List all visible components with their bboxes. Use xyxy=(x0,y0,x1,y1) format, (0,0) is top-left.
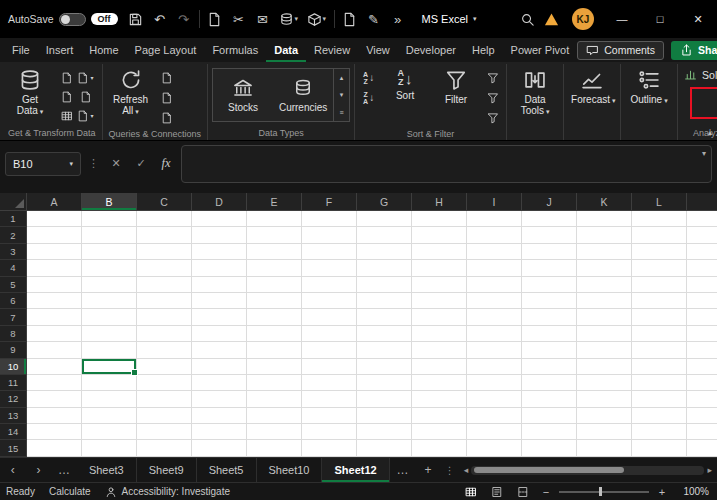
cell-B13[interactable] xyxy=(82,408,137,424)
cell-B5[interactable] xyxy=(82,277,137,293)
cell-I3[interactable] xyxy=(467,244,522,260)
sort-descending-button[interactable]: ZA↓ xyxy=(359,88,378,107)
cell-F15[interactable] xyxy=(302,440,357,456)
cell-K6[interactable] xyxy=(577,293,632,309)
cell-H9[interactable] xyxy=(412,342,467,358)
cell-J10[interactable] xyxy=(522,359,577,375)
cell-K7[interactable] xyxy=(577,309,632,325)
cell-D8[interactable] xyxy=(192,326,247,342)
cell-E8[interactable] xyxy=(247,326,302,342)
scrollbar-track[interactable] xyxy=(471,466,704,475)
cell-F13[interactable] xyxy=(302,408,357,424)
cell-K1[interactable] xyxy=(577,211,632,227)
cell-I11[interactable] xyxy=(467,375,522,391)
redo-button[interactable]: ↷ xyxy=(172,5,196,33)
menu-tab-power-pivot[interactable]: Power Pivot xyxy=(503,38,578,62)
cell-H7[interactable] xyxy=(412,309,467,325)
cell-L1[interactable] xyxy=(632,211,687,227)
cell-C11[interactable] xyxy=(137,375,192,391)
cell-D7[interactable] xyxy=(192,309,247,325)
new-sheet-button[interactable]: + xyxy=(415,458,441,482)
close-button[interactable]: ✕ xyxy=(679,0,717,38)
column-header-J[interactable]: J xyxy=(522,193,577,211)
cell-I14[interactable] xyxy=(467,424,522,440)
row-header-15[interactable]: 15 xyxy=(0,440,27,456)
menu-tab-developer[interactable]: Developer xyxy=(398,38,464,62)
refresh-all-button[interactable]: Refresh All▾ xyxy=(107,65,155,119)
cell-D9[interactable] xyxy=(192,342,247,358)
cell-H15[interactable] xyxy=(412,440,467,456)
column-header-I[interactable]: I xyxy=(467,193,522,211)
zoom-level[interactable]: 100% xyxy=(675,486,709,497)
cell-L13[interactable] xyxy=(632,408,687,424)
cell-A10[interactable] xyxy=(27,359,82,375)
scroll-left-button[interactable]: ◂ xyxy=(464,465,469,475)
filter-button[interactable]: Filter xyxy=(432,65,480,107)
existing-connections-button[interactable] xyxy=(76,87,95,106)
cell-F6[interactable] xyxy=(302,293,357,309)
cell-G5[interactable] xyxy=(357,277,412,293)
row-header-5[interactable]: 5 xyxy=(0,277,27,293)
cell-I8[interactable] xyxy=(467,326,522,342)
cell-H11[interactable] xyxy=(412,375,467,391)
alert-button[interactable] xyxy=(539,5,563,33)
cell-C12[interactable] xyxy=(137,391,192,407)
cell-H4[interactable] xyxy=(412,260,467,276)
cell-A6[interactable] xyxy=(27,293,82,309)
scrollbar-thumb[interactable] xyxy=(474,467,623,473)
row-header-9[interactable]: 9 xyxy=(0,342,27,358)
cell-E1[interactable] xyxy=(247,211,302,227)
column-header-C[interactable]: C xyxy=(137,193,192,211)
cell-C6[interactable] xyxy=(137,293,192,309)
clear-filter-button[interactable] xyxy=(483,68,502,87)
cell-K14[interactable] xyxy=(577,424,632,440)
sheet-tab-sheet12[interactable]: Sheet12 xyxy=(322,458,389,482)
cell-B10[interactable] xyxy=(82,359,137,375)
status-calculate[interactable]: Calculate xyxy=(49,486,91,497)
cell-E15[interactable] xyxy=(247,440,302,456)
scroll-right-button[interactable]: ▸ xyxy=(707,465,712,475)
cell-L9[interactable] xyxy=(632,342,687,358)
cell-G7[interactable] xyxy=(357,309,412,325)
cell-A12[interactable] xyxy=(27,391,82,407)
row-header-14[interactable]: 14 xyxy=(0,424,27,440)
row-header-3[interactable]: 3 xyxy=(0,244,27,260)
cell-F7[interactable] xyxy=(302,309,357,325)
maximize-button[interactable]: □ xyxy=(641,0,679,38)
cell-K12[interactable] xyxy=(577,391,632,407)
cell-F4[interactable] xyxy=(302,260,357,276)
row-header-8[interactable]: 8 xyxy=(0,326,27,342)
cell-J9[interactable] xyxy=(522,342,577,358)
cell-E9[interactable] xyxy=(247,342,302,358)
chevron-down-icon[interactable]: ▾ xyxy=(295,15,303,23)
cell-J2[interactable] xyxy=(522,227,577,243)
menu-tab-help[interactable]: Help xyxy=(464,38,503,62)
menu-tab-formulas[interactable]: Formulas xyxy=(204,38,266,62)
cell-B12[interactable] xyxy=(82,391,137,407)
search-button[interactable] xyxy=(515,5,539,33)
cell-A9[interactable] xyxy=(27,342,82,358)
minimize-button[interactable]: — xyxy=(603,0,641,38)
cell-B14[interactable] xyxy=(82,424,137,440)
view-page-break-button[interactable] xyxy=(513,484,533,500)
formula-input[interactable]: ▾ xyxy=(181,145,712,183)
cell-I9[interactable] xyxy=(467,342,522,358)
cell-J6[interactable] xyxy=(522,293,577,309)
properties-button[interactable] xyxy=(158,88,177,107)
cell-K10[interactable] xyxy=(577,359,632,375)
cell-C9[interactable] xyxy=(137,342,192,358)
more-commands-button[interactable]: » xyxy=(386,5,410,33)
select-all-button[interactable] xyxy=(0,193,27,211)
cell-G9[interactable] xyxy=(357,342,412,358)
cell-A15[interactable] xyxy=(27,440,82,456)
row-header-1[interactable]: 1 xyxy=(0,211,27,227)
cell-F1[interactable] xyxy=(302,211,357,227)
queries-connections-button[interactable] xyxy=(158,68,177,87)
sheet-nav-left-button[interactable]: ‹ xyxy=(0,458,26,482)
cell-E5[interactable] xyxy=(247,277,302,293)
menu-tab-file[interactable]: File xyxy=(4,38,38,62)
cell-J13[interactable] xyxy=(522,408,577,424)
menu-tab-home[interactable]: Home xyxy=(81,38,126,62)
cell-B15[interactable] xyxy=(82,440,137,456)
cell-H5[interactable] xyxy=(412,277,467,293)
